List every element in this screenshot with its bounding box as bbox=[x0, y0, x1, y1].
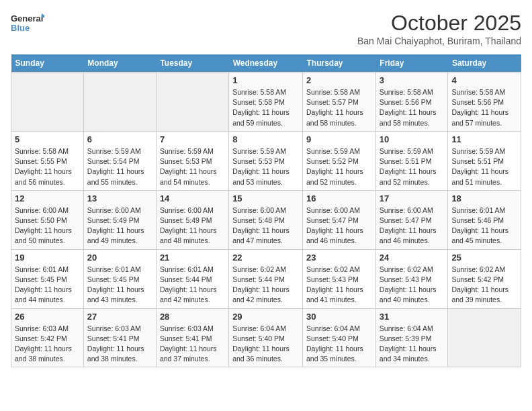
calendar-cell: 11Sunrise: 5:59 AM Sunset: 5:51 PM Dayli… bbox=[448, 131, 521, 190]
day-info: Sunrise: 5:59 AM Sunset: 5:51 PM Dayligh… bbox=[451, 146, 517, 187]
calendar-cell: 23Sunrise: 6:02 AM Sunset: 5:43 PM Dayli… bbox=[303, 249, 376, 308]
weekday-header-thursday: Thursday bbox=[303, 54, 376, 73]
day-number: 17 bbox=[380, 193, 445, 203]
day-info: Sunrise: 5:58 AM Sunset: 5:58 PM Dayligh… bbox=[232, 87, 299, 128]
day-number: 8 bbox=[232, 134, 299, 144]
calendar-cell: 29Sunrise: 6:04 AM Sunset: 5:40 PM Dayli… bbox=[229, 308, 303, 367]
calendar-cell: 30Sunrise: 6:04 AM Sunset: 5:40 PM Dayli… bbox=[303, 308, 376, 367]
calendar-cell: 13Sunrise: 6:00 AM Sunset: 5:49 PM Dayli… bbox=[83, 190, 156, 249]
calendar-cell bbox=[83, 73, 156, 132]
day-info: Sunrise: 6:01 AM Sunset: 5:45 PM Dayligh… bbox=[87, 265, 152, 306]
day-info: Sunrise: 5:59 AM Sunset: 5:53 PM Dayligh… bbox=[232, 146, 299, 187]
day-info: Sunrise: 6:02 AM Sunset: 5:43 PM Dayligh… bbox=[306, 265, 372, 306]
calendar-cell: 22Sunrise: 6:02 AM Sunset: 5:44 PM Dayli… bbox=[229, 249, 303, 308]
calendar-cell: 20Sunrise: 6:01 AM Sunset: 5:45 PM Dayli… bbox=[83, 249, 156, 308]
svg-text:General: General bbox=[11, 13, 43, 24]
calendar-cell bbox=[156, 73, 228, 132]
day-info: Sunrise: 6:02 AM Sunset: 5:43 PM Dayligh… bbox=[380, 265, 445, 306]
calendar-cell: 24Sunrise: 6:02 AM Sunset: 5:43 PM Dayli… bbox=[375, 249, 448, 308]
calendar-cell: 9Sunrise: 5:59 AM Sunset: 5:52 PM Daylig… bbox=[303, 131, 376, 190]
day-number: 6 bbox=[87, 134, 152, 144]
day-number: 20 bbox=[87, 253, 152, 263]
day-info: Sunrise: 5:59 AM Sunset: 5:54 PM Dayligh… bbox=[87, 146, 152, 187]
day-info: Sunrise: 5:58 AM Sunset: 5:56 PM Dayligh… bbox=[380, 87, 445, 128]
calendar-cell: 21Sunrise: 6:01 AM Sunset: 5:44 PM Dayli… bbox=[156, 249, 228, 308]
day-number: 18 bbox=[451, 193, 517, 203]
day-number: 13 bbox=[87, 193, 152, 203]
calendar-cell bbox=[11, 73, 84, 132]
day-info: Sunrise: 6:04 AM Sunset: 5:39 PM Dayligh… bbox=[380, 324, 445, 365]
day-info: Sunrise: 6:03 AM Sunset: 5:41 PM Dayligh… bbox=[87, 324, 152, 365]
calendar-cell: 1Sunrise: 5:58 AM Sunset: 5:58 PM Daylig… bbox=[229, 73, 303, 132]
calendar-cell bbox=[448, 308, 521, 367]
calendar-cell: 31Sunrise: 6:04 AM Sunset: 5:39 PM Dayli… bbox=[375, 308, 448, 367]
day-number: 1 bbox=[232, 75, 299, 85]
day-number: 30 bbox=[306, 312, 372, 322]
calendar-cell: 3Sunrise: 5:58 AM Sunset: 5:56 PM Daylig… bbox=[375, 73, 448, 132]
day-number: 5 bbox=[15, 134, 80, 144]
calendar-cell: 17Sunrise: 6:00 AM Sunset: 5:47 PM Dayli… bbox=[375, 190, 448, 249]
day-info: Sunrise: 6:03 AM Sunset: 5:41 PM Dayligh… bbox=[160, 324, 225, 365]
day-info: Sunrise: 6:00 AM Sunset: 5:47 PM Dayligh… bbox=[380, 205, 445, 246]
weekday-header-sunday: Sunday bbox=[11, 54, 84, 73]
weekday-header-tuesday: Tuesday bbox=[156, 54, 228, 73]
calendar-cell: 4Sunrise: 5:58 AM Sunset: 5:56 PM Daylig… bbox=[448, 73, 521, 132]
day-number: 14 bbox=[160, 193, 225, 203]
day-info: Sunrise: 6:01 AM Sunset: 5:44 PM Dayligh… bbox=[160, 265, 225, 306]
day-number: 16 bbox=[306, 193, 372, 203]
day-info: Sunrise: 6:00 AM Sunset: 5:47 PM Dayligh… bbox=[306, 205, 372, 246]
calendar-cell: 12Sunrise: 6:00 AM Sunset: 5:50 PM Dayli… bbox=[11, 190, 84, 249]
calendar-week-row: 19Sunrise: 6:01 AM Sunset: 5:45 PM Dayli… bbox=[11, 249, 521, 308]
page-header: General Blue October 2025 Ban Mai Chaiya… bbox=[11, 11, 521, 46]
day-number: 19 bbox=[15, 253, 80, 263]
day-info: Sunrise: 5:59 AM Sunset: 5:52 PM Dayligh… bbox=[306, 146, 372, 187]
calendar-cell: 8Sunrise: 5:59 AM Sunset: 5:53 PM Daylig… bbox=[229, 131, 303, 190]
day-number: 22 bbox=[232, 253, 299, 263]
calendar-table: SundayMondayTuesdayWednesdayThursdayFrid… bbox=[11, 54, 521, 367]
logo: General Blue bbox=[11, 11, 44, 39]
weekday-header-row: SundayMondayTuesdayWednesdayThursdayFrid… bbox=[11, 54, 521, 73]
day-number: 21 bbox=[160, 253, 225, 263]
day-info: Sunrise: 6:04 AM Sunset: 5:40 PM Dayligh… bbox=[306, 324, 372, 365]
day-info: Sunrise: 5:58 AM Sunset: 5:55 PM Dayligh… bbox=[15, 146, 80, 187]
title-block: October 2025 Ban Mai Chaiyaphot, Buriram… bbox=[357, 11, 521, 46]
weekday-header-friday: Friday bbox=[375, 54, 448, 73]
calendar-cell: 25Sunrise: 6:02 AM Sunset: 5:42 PM Dayli… bbox=[448, 249, 521, 308]
day-number: 11 bbox=[451, 134, 517, 144]
day-number: 7 bbox=[160, 134, 225, 144]
weekday-header-monday: Monday bbox=[83, 54, 156, 73]
calendar-cell: 27Sunrise: 6:03 AM Sunset: 5:41 PM Dayli… bbox=[83, 308, 156, 367]
calendar-week-row: 26Sunrise: 6:03 AM Sunset: 5:42 PM Dayli… bbox=[11, 308, 521, 367]
calendar-cell: 14Sunrise: 6:00 AM Sunset: 5:49 PM Dayli… bbox=[156, 190, 228, 249]
day-number: 28 bbox=[160, 312, 225, 322]
day-number: 29 bbox=[232, 312, 299, 322]
day-info: Sunrise: 6:00 AM Sunset: 5:49 PM Dayligh… bbox=[87, 205, 152, 246]
calendar-week-row: 5Sunrise: 5:58 AM Sunset: 5:55 PM Daylig… bbox=[11, 131, 521, 190]
day-info: Sunrise: 6:00 AM Sunset: 5:49 PM Dayligh… bbox=[160, 205, 225, 246]
calendar-cell: 15Sunrise: 6:00 AM Sunset: 5:48 PM Dayli… bbox=[229, 190, 303, 249]
calendar-cell: 19Sunrise: 6:01 AM Sunset: 5:45 PM Dayli… bbox=[11, 249, 84, 308]
day-number: 23 bbox=[306, 253, 372, 263]
day-info: Sunrise: 6:03 AM Sunset: 5:42 PM Dayligh… bbox=[15, 324, 80, 365]
svg-text:Blue: Blue bbox=[11, 23, 30, 33]
day-number: 2 bbox=[306, 75, 372, 85]
calendar-cell: 18Sunrise: 6:01 AM Sunset: 5:46 PM Dayli… bbox=[448, 190, 521, 249]
day-info: Sunrise: 6:02 AM Sunset: 5:44 PM Dayligh… bbox=[232, 265, 299, 306]
calendar-cell: 26Sunrise: 6:03 AM Sunset: 5:42 PM Dayli… bbox=[11, 308, 84, 367]
logo-icon: General Blue bbox=[11, 11, 44, 39]
day-number: 15 bbox=[232, 193, 299, 203]
day-number: 10 bbox=[380, 134, 445, 144]
location: Ban Mai Chaiyaphot, Buriram, Thailand bbox=[357, 36, 521, 46]
calendar-cell: 16Sunrise: 6:00 AM Sunset: 5:47 PM Dayli… bbox=[303, 190, 376, 249]
day-number: 24 bbox=[380, 253, 445, 263]
calendar-cell: 7Sunrise: 5:59 AM Sunset: 5:53 PM Daylig… bbox=[156, 131, 228, 190]
calendar-week-row: 12Sunrise: 6:00 AM Sunset: 5:50 PM Dayli… bbox=[11, 190, 521, 249]
calendar-cell: 6Sunrise: 5:59 AM Sunset: 5:54 PM Daylig… bbox=[83, 131, 156, 190]
day-info: Sunrise: 5:59 AM Sunset: 5:53 PM Dayligh… bbox=[160, 146, 225, 187]
day-info: Sunrise: 6:04 AM Sunset: 5:40 PM Dayligh… bbox=[232, 324, 299, 365]
weekday-header-saturday: Saturday bbox=[448, 54, 521, 73]
day-number: 4 bbox=[451, 75, 517, 85]
weekday-header-wednesday: Wednesday bbox=[229, 54, 303, 73]
day-info: Sunrise: 6:00 AM Sunset: 5:50 PM Dayligh… bbox=[15, 205, 80, 246]
day-info: Sunrise: 6:02 AM Sunset: 5:42 PM Dayligh… bbox=[451, 265, 517, 306]
